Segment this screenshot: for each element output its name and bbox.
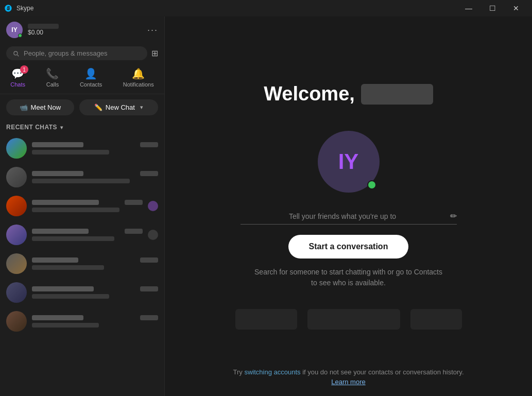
blur-block-3 — [410, 309, 462, 330]
new-chat-chevron-icon: ▾ — [140, 104, 143, 111]
calls-icon: 📞 — [46, 67, 59, 80]
blur-block-2 — [307, 309, 400, 330]
switching-accounts-link[interactable]: switching accounts — [244, 368, 300, 376]
avatar — [6, 196, 27, 216]
main-avatar[interactable]: IY — [318, 131, 380, 193]
avatar — [6, 167, 27, 187]
chat-preview-blur — [32, 150, 109, 154]
status-row: Tell your friends what you're up to ✏ — [241, 211, 457, 225]
sidebar: IY $0.00 ··· ⊞ 1 💬 Chats — [0, 16, 165, 396]
chat-info — [32, 229, 143, 241]
profile-row: IY $0.00 ··· — [0, 16, 164, 43]
nav-tabs: 1 💬 Chats 📞 Calls 👤 Contacts 🔔 Notificat… — [0, 63, 164, 94]
online-status-dot — [18, 33, 22, 38]
list-item[interactable] — [0, 307, 164, 336]
main-avatar-initials: IY — [338, 149, 359, 174]
chat-info — [32, 315, 158, 328]
recent-chats-label: RECENT CHATS — [6, 124, 57, 131]
chat-preview-blur — [32, 208, 119, 212]
chat-info — [32, 257, 158, 270]
calls-label: Calls — [46, 81, 59, 88]
new-chat-label: New Chat — [106, 104, 135, 111]
tab-calls[interactable]: 📞 Calls — [40, 65, 65, 90]
minimize-button[interactable]: — — [457, 0, 480, 16]
chat-time-blur — [140, 286, 158, 291]
chats-badge: 1 — [20, 65, 28, 74]
main-content: Welcome, IY Tell your friends what you'r… — [165, 16, 532, 396]
profile-name-blur — [28, 24, 59, 29]
chat-name-blur — [32, 229, 89, 234]
recent-chats-chevron-icon: ▾ — [60, 125, 63, 130]
app-title: Skype — [16, 5, 33, 12]
chat-name-blur — [32, 142, 83, 147]
list-item[interactable] — [0, 278, 164, 307]
avatar — [6, 282, 27, 303]
learn-more-link[interactable]: Learn more — [165, 378, 532, 386]
avatar — [6, 311, 27, 332]
unread-badge — [148, 230, 158, 240]
blur-block-1 — [235, 309, 297, 330]
chat-list — [0, 134, 164, 396]
chat-time-blur — [140, 315, 158, 320]
notifications-icon: 🔔 — [132, 67, 145, 80]
profile-credit: $0.00 — [28, 29, 142, 36]
avatar — [6, 253, 27, 274]
grid-icon[interactable]: ⊞ — [151, 48, 158, 58]
list-item[interactable] — [0, 163, 164, 192]
more-options-button[interactable]: ··· — [147, 25, 158, 36]
list-item[interactable] — [0, 249, 164, 278]
chat-preview-blur — [32, 236, 114, 241]
tab-chats[interactable]: 1 💬 Chats — [4, 65, 31, 90]
profile-info: $0.00 — [28, 24, 142, 36]
avatar-initials: IY — [11, 26, 17, 33]
edit-status-icon[interactable]: ✏ — [450, 211, 457, 221]
welcome-text: Welcome, — [264, 83, 355, 105]
meet-now-label: Meet Now — [31, 104, 61, 111]
chat-name-blur — [32, 171, 83, 176]
close-button[interactable]: ✕ — [504, 0, 528, 16]
meet-now-icon: 📹 — [20, 104, 28, 111]
search-bar[interactable] — [6, 46, 147, 60]
notifications-label: Notifications — [123, 81, 154, 88]
chat-time-blur — [140, 257, 158, 263]
start-conversation-button[interactable]: Start a conversation — [288, 235, 409, 259]
welcome-section: Welcome, — [264, 83, 433, 120]
chat-preview-blur — [32, 294, 109, 299]
bottom-blurred-content — [235, 309, 462, 330]
chat-time-blur — [140, 171, 158, 176]
chat-preview-blur — [32, 323, 99, 328]
contacts-icon: 👤 — [84, 67, 97, 80]
chat-info — [32, 286, 158, 299]
recent-chats-header[interactable]: RECENT CHATS ▾ — [0, 120, 164, 134]
chat-preview-blur — [32, 265, 104, 270]
chat-name-blur — [32, 257, 78, 263]
chat-info — [32, 200, 143, 212]
avatar — [6, 138, 27, 159]
new-chat-button[interactable]: ✏️ New Chat ▾ — [79, 99, 158, 115]
meet-now-button[interactable]: 📹 Meet Now — [6, 99, 74, 115]
contacts-label: Contacts — [80, 81, 102, 88]
tab-contacts[interactable]: 👤 Contacts — [74, 65, 108, 90]
search-hint-text: Search for someone to start chatting wit… — [251, 267, 447, 288]
list-item[interactable] — [0, 192, 164, 220]
window-controls: — ☐ ✕ — [457, 0, 528, 16]
unread-badge — [148, 201, 158, 211]
avatar[interactable]: IY — [6, 22, 23, 38]
main-footer: Try switching accounts if you do not see… — [165, 368, 532, 386]
tab-notifications[interactable]: 🔔 Notifications — [117, 65, 160, 90]
chat-preview-blur — [32, 179, 130, 183]
list-item[interactable] — [0, 134, 164, 163]
footer-suffix: if you do not see your contacts or conve… — [301, 368, 464, 376]
list-item[interactable] — [0, 220, 164, 249]
welcome-name-blur — [361, 84, 433, 105]
maximize-button[interactable]: ☐ — [480, 0, 504, 16]
chat-time-blur — [125, 229, 143, 234]
avatar-section: IY — [318, 131, 380, 193]
avatar — [6, 225, 27, 245]
chat-name-blur — [32, 315, 83, 320]
chat-info — [32, 171, 158, 183]
chat-name-blur — [32, 200, 99, 205]
title-bar-left: Skype — [4, 4, 33, 12]
search-input[interactable] — [24, 49, 141, 57]
chat-name-blur — [32, 286, 94, 291]
